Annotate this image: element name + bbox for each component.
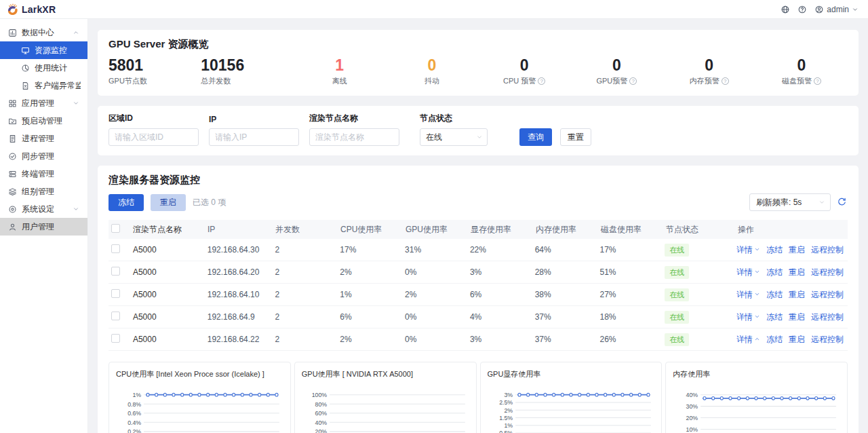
sidebar-item-group-management[interactable]: 组别管理 (0, 183, 87, 200)
sidebar-item-usage-stats[interactable]: 使用统计 (0, 59, 87, 77)
help-icon[interactable] (797, 4, 807, 14)
stat-label: 离线 (294, 76, 386, 86)
column-header: 渲染节点名称 (133, 224, 208, 236)
node-mem: 38% (535, 290, 600, 299)
sidebar-item-resource-monitor[interactable]: 资源监控 (0, 41, 87, 59)
sidebar-item-client-exception[interactable]: 客户端异常监控 (0, 77, 87, 94)
svg-text:0.5%: 0.5% (499, 430, 513, 433)
detail-link[interactable]: 详情 (736, 289, 760, 301)
stat-value: 1 (294, 56, 386, 74)
node-cpu: 17% (340, 245, 405, 255)
filter-card: 区域ID IP 渲染节点名称 节点状态 在线 查询 重置 (98, 106, 859, 155)
help-icon[interactable]: ? (538, 77, 545, 85)
select-all-checkbox[interactable] (111, 224, 120, 233)
check-circle-icon (8, 152, 17, 161)
sidebar-item-terminal-management[interactable]: 终端管理 (0, 165, 87, 183)
folder-check-icon (8, 117, 17, 126)
region-id-input[interactable] (108, 128, 199, 146)
restart-link[interactable]: 重启 (789, 244, 805, 256)
main-content: GPU Server 资源概览 5801GPU节点数10156总并发数1离线0抖… (88, 19, 868, 433)
freeze-link[interactable]: 冻结 (766, 267, 783, 278)
gpu-overview-card: GPU Server 资源概览 5801GPU节点数10156总并发数1离线0抖… (98, 30, 859, 96)
sidebar: 数据中心资源监控使用统计客户端异常监控应用管理预启动管理进程管理同步管理终端管理… (0, 19, 88, 433)
remote-control-link[interactable]: 远程控制 (811, 312, 844, 323)
line-chart: 40%30%20%10%0%18:12:4318:12:5918:13:1318… (673, 389, 840, 433)
stat-2: 1离线 (294, 56, 386, 86)
row-checkbox[interactable] (111, 244, 120, 253)
row-checkbox[interactable] (111, 289, 120, 298)
larkxr-logo-icon (7, 3, 19, 16)
remote-control-link[interactable]: 远程控制 (811, 334, 844, 345)
restart-link[interactable]: 重启 (789, 289, 805, 301)
restart-link[interactable]: 重启 (789, 267, 805, 278)
refresh-rate-value: 刷新频率: 5s (756, 197, 802, 208)
chart-card-1: GPU使用率 [ NVIDIA RTX A5000]100%80%60%40%2… (294, 362, 477, 433)
remote-control-link[interactable]: 远程控制 (811, 244, 844, 256)
help-icon[interactable]: ? (722, 77, 729, 85)
stat-value: 0 (478, 56, 570, 74)
reset-button[interactable]: 重置 (560, 128, 591, 146)
sidebar-item-label: 数据中心 (22, 27, 54, 39)
freeze-link[interactable]: 冻结 (766, 289, 783, 301)
help-icon[interactable]: ? (814, 77, 821, 85)
remote-control-link[interactable]: 远程控制 (811, 289, 844, 301)
node-concurrent: 2 (275, 245, 340, 255)
help-icon[interactable]: ? (629, 77, 637, 85)
freeze-link[interactable]: 冻结 (766, 244, 783, 256)
detail-link[interactable]: 详情 (736, 334, 760, 345)
node-vram: 6% (470, 290, 535, 299)
chart-title: GPU显存使用率 (488, 369, 655, 379)
node-gpu: 0% (405, 312, 470, 322)
chevron-up-icon (754, 335, 760, 344)
restart-link[interactable]: 重启 (789, 312, 805, 323)
status-badge: 在线 (665, 333, 689, 346)
user-menu[interactable]: admin (814, 4, 859, 14)
restart-button[interactable]: 重启 (151, 194, 186, 211)
globe-icon[interactable] (780, 4, 790, 14)
table-row: A5000192.168.64.926%0%4%37%18%在线详情冻结重启远程… (108, 306, 848, 328)
freeze-link[interactable]: 冻结 (766, 312, 783, 323)
sidebar-item-label: 进程管理 (22, 133, 54, 145)
search-button[interactable]: 查询 (519, 128, 552, 146)
node-gpu: 2% (405, 290, 470, 299)
row-checkbox[interactable] (111, 267, 120, 276)
ip-input[interactable] (209, 128, 299, 146)
sidebar-item-process-management[interactable]: 进程管理 (0, 130, 87, 147)
sidebar-item-user-management[interactable]: 用户管理 (0, 218, 87, 236)
node-gpu: 0% (405, 335, 470, 344)
restart-link[interactable]: 重启 (789, 334, 805, 345)
row-checkbox[interactable] (111, 334, 120, 343)
detail-link[interactable]: 详情 (736, 267, 760, 278)
sidebar-item-sync-management[interactable]: 同步管理 (0, 147, 87, 165)
row-checkbox[interactable] (111, 312, 120, 320)
sidebar-item-prelaunch-management[interactable]: 预启动管理 (0, 112, 87, 130)
stat-label: CPU 预警? (478, 76, 570, 86)
node-name: A5000 (133, 312, 208, 322)
column-header: 并发数 (275, 224, 340, 236)
sidebar-item-data-center[interactable]: 数据中心 (0, 24, 87, 41)
detail-link[interactable]: 详情 (736, 244, 760, 256)
user-icon (8, 223, 17, 231)
table-row: A5000192.168.64.1021%2%6%38%27%在线详情冻结重启远… (108, 284, 848, 306)
detail-link[interactable]: 详情 (736, 312, 760, 323)
chart-card-3: 内存使用率40%30%20%10%0%18:12:4318:12:5918:13… (665, 362, 848, 433)
status-badge: 在线 (665, 266, 689, 279)
stat-label: 抖动 (386, 76, 478, 86)
stat-3: 0抖动 (386, 56, 478, 86)
refresh-rate-select[interactable]: 刷新频率: 5s (749, 193, 831, 211)
region-id-label: 区域ID (108, 113, 199, 124)
freeze-button[interactable]: 冻结 (108, 194, 144, 211)
remote-control-link[interactable]: 远程控制 (811, 267, 844, 278)
sidebar-item-system-settings[interactable]: 系统设定 (0, 200, 87, 218)
column-header: 内存使用率 (536, 224, 601, 236)
node-name: A5000 (133, 267, 208, 277)
ip-label: IP (209, 115, 299, 124)
refresh-icon[interactable] (837, 197, 848, 208)
node-disk: 51% (599, 267, 665, 277)
freeze-link[interactable]: 冻结 (766, 334, 783, 345)
sidebar-item-app-management[interactable]: 应用管理 (0, 94, 87, 112)
document-icon (8, 134, 17, 143)
node-status-select[interactable]: 在线 (420, 128, 488, 146)
svg-text:1.5%: 1.5% (499, 415, 513, 422)
node-name-input[interactable] (309, 128, 399, 146)
